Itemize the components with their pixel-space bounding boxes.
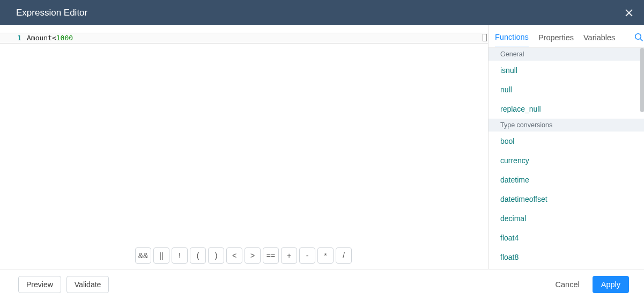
tab-functions[interactable]: Functions: [495, 33, 529, 48]
op-and-button[interactable]: &&: [135, 247, 151, 264]
fn-item-datetimeoffset[interactable]: datetimeoffset: [488, 189, 644, 209]
group-header: General: [488, 48, 644, 61]
code-line[interactable]: Amount<1000: [27, 33, 488, 43]
dialog-title: Expression Editor: [16, 8, 87, 18]
fn-item-bool[interactable]: bool: [488, 132, 644, 151]
search-icon[interactable]: [634, 33, 643, 47]
reference-pane: Functions Properties Variables General i…: [488, 25, 644, 269]
footer: Preview Validate Cancel Apply: [0, 269, 644, 299]
fn-item-float8[interactable]: float8: [488, 247, 644, 267]
op-eq-button[interactable]: ==: [263, 247, 279, 264]
fn-item-replace-null[interactable]: replace_null: [488, 99, 644, 119]
op-minus-button[interactable]: -: [299, 247, 315, 264]
line-number: 1: [0, 33, 27, 43]
function-list[interactable]: General isnull null replace_null Type co…: [488, 47, 644, 269]
fn-item-currency[interactable]: currency: [488, 151, 644, 170]
body: 1 Amount<1000 && || ! ( ) < > == + - * /: [0, 25, 644, 269]
op-rparen-button[interactable]: ): [208, 247, 224, 264]
scrollbar-thumb[interactable]: [640, 48, 644, 112]
fn-item-null[interactable]: null: [488, 80, 644, 99]
op-lparen-button[interactable]: (: [190, 247, 206, 264]
minimap-marker: [483, 34, 487, 41]
code-editor[interactable]: 1 Amount<1000: [0, 25, 488, 242]
titlebar: Expression Editor: [0, 0, 644, 25]
code-operator: <: [52, 34, 56, 42]
tab-properties[interactable]: Properties: [538, 33, 574, 47]
apply-button[interactable]: Apply: [593, 276, 629, 293]
fn-item-decimal[interactable]: decimal: [488, 209, 644, 228]
svg-line-1: [640, 39, 643, 41]
svg-point-0: [635, 34, 641, 40]
op-not-button[interactable]: !: [172, 247, 188, 264]
tabs: Functions Properties Variables: [488, 25, 644, 47]
group-header: Type conversions: [488, 119, 644, 132]
validate-button[interactable]: Validate: [66, 276, 109, 293]
operator-toolbar: && || ! ( ) < > == + - * /: [0, 242, 488, 269]
close-icon[interactable]: [625, 9, 633, 17]
op-div-button[interactable]: /: [336, 247, 352, 264]
op-gt-button[interactable]: >: [245, 247, 261, 264]
op-mul-button[interactable]: *: [317, 247, 334, 264]
fn-item-isnull[interactable]: isnull: [488, 61, 644, 80]
preview-button[interactable]: Preview: [18, 276, 61, 293]
editor-pane: 1 Amount<1000 && || ! ( ) < > == + - * /: [0, 25, 488, 269]
fn-item-float4[interactable]: float4: [488, 228, 644, 247]
code-number: 1000: [56, 34, 73, 42]
op-or-button[interactable]: ||: [153, 247, 169, 264]
fn-item-datetime[interactable]: datetime: [488, 170, 644, 189]
code-identifier: Amount: [27, 34, 52, 42]
op-plus-button[interactable]: +: [281, 247, 297, 264]
tab-variables[interactable]: Variables: [583, 33, 615, 47]
cancel-button[interactable]: Cancel: [548, 276, 587, 293]
op-lt-button[interactable]: <: [226, 247, 242, 264]
